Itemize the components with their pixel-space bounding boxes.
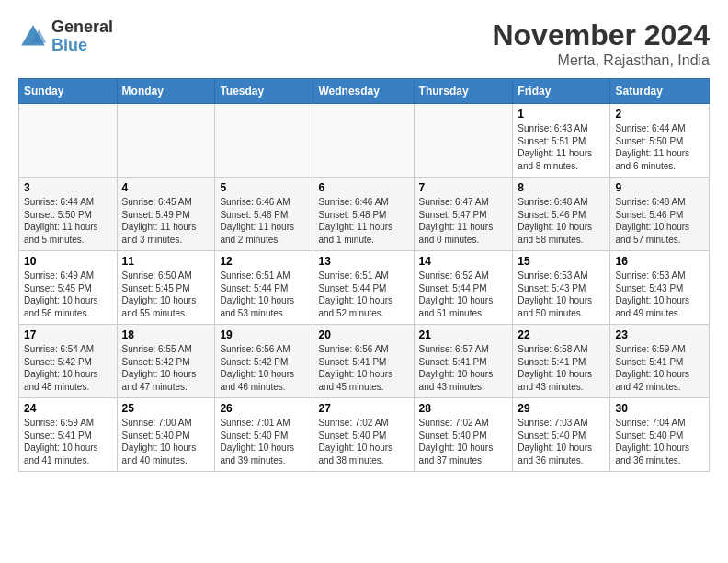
day-info: Sunrise: 6:43 AMSunset: 5:51 PMDaylight:… [518,122,605,172]
weekday-header: Monday [117,79,215,104]
logo: General Blue [18,18,113,55]
title-block: November 2024 Merta, Rajasthan, India [492,18,710,69]
weekday-header: Wednesday [313,79,414,104]
calendar-cell: 11Sunrise: 6:50 AMSunset: 5:45 PMDayligh… [117,251,215,325]
day-number: 12 [220,255,308,268]
logo-line2: Blue [51,37,113,55]
day-number: 13 [318,255,408,268]
day-info: Sunrise: 7:01 AMSunset: 5:40 PMDaylight:… [220,417,308,466]
calendar-cell: 25Sunrise: 7:00 AMSunset: 5:40 PMDayligh… [117,398,215,472]
logo-icon [18,22,48,52]
weekday-header: Tuesday [215,79,313,104]
calendar-cell: 22Sunrise: 6:58 AMSunset: 5:41 PMDayligh… [513,325,610,398]
calendar-cell: 24Sunrise: 6:59 AMSunset: 5:41 PMDayligh… [19,398,118,472]
day-number: 1 [518,108,605,121]
day-number: 25 [122,402,210,415]
calendar-cell: 1Sunrise: 6:43 AMSunset: 5:51 PMDaylight… [513,104,610,178]
day-info: Sunrise: 7:04 AMSunset: 5:40 PMDaylight:… [615,417,704,466]
calendar-cell [215,104,313,178]
day-info: Sunrise: 6:51 AMSunset: 5:44 PMDaylight:… [220,270,308,319]
day-number: 9 [615,181,704,194]
calendar-week-row: 1Sunrise: 6:43 AMSunset: 5:51 PMDaylight… [19,104,710,178]
calendar-cell: 27Sunrise: 7:02 AMSunset: 5:40 PMDayligh… [313,398,414,472]
day-info: Sunrise: 7:00 AMSunset: 5:40 PMDaylight:… [122,417,210,466]
calendar-cell: 14Sunrise: 6:52 AMSunset: 5:44 PMDayligh… [414,251,513,325]
day-number: 21 [419,328,508,341]
day-number: 20 [318,328,408,341]
day-info: Sunrise: 7:02 AMSunset: 5:40 PMDaylight:… [318,417,408,466]
calendar-table: SundayMondayTuesdayWednesdayThursdayFrid… [18,78,710,472]
calendar-cell: 3Sunrise: 6:44 AMSunset: 5:50 PMDaylight… [19,178,118,251]
calendar-cell: 17Sunrise: 6:54 AMSunset: 5:42 PMDayligh… [19,325,118,398]
weekday-header-row: SundayMondayTuesdayWednesdayThursdayFrid… [19,79,710,104]
day-number: 2 [615,108,704,121]
calendar-cell [117,104,215,178]
day-info: Sunrise: 6:49 AMSunset: 5:45 PMDaylight:… [24,270,112,319]
day-number: 22 [518,328,605,341]
calendar-cell: 18Sunrise: 6:55 AMSunset: 5:42 PMDayligh… [117,325,215,398]
calendar-cell: 7Sunrise: 6:47 AMSunset: 5:47 PMDaylight… [414,178,513,251]
day-number: 15 [518,255,605,268]
day-info: Sunrise: 6:59 AMSunset: 5:41 PMDaylight:… [615,343,704,393]
calendar-cell: 16Sunrise: 6:53 AMSunset: 5:43 PMDayligh… [610,251,710,325]
calendar-cell: 12Sunrise: 6:51 AMSunset: 5:44 PMDayligh… [215,251,313,325]
calendar-cell: 5Sunrise: 6:46 AMSunset: 5:48 PMDaylight… [215,178,313,251]
day-info: Sunrise: 6:50 AMSunset: 5:45 PMDaylight:… [122,270,210,319]
day-number: 23 [615,328,704,341]
day-info: Sunrise: 6:54 AMSunset: 5:42 PMDaylight:… [24,343,112,393]
day-info: Sunrise: 6:53 AMSunset: 5:43 PMDaylight:… [615,270,704,319]
day-number: 11 [122,255,210,268]
day-info: Sunrise: 7:02 AMSunset: 5:40 PMDaylight:… [419,417,508,466]
weekday-header: Saturday [610,79,710,104]
calendar-cell: 30Sunrise: 7:04 AMSunset: 5:40 PMDayligh… [610,398,710,472]
page-header: General Blue November 2024 Merta, Rajast… [18,18,710,69]
weekday-header: Thursday [414,79,513,104]
day-info: Sunrise: 6:51 AMSunset: 5:44 PMDaylight:… [318,270,408,319]
day-info: Sunrise: 6:59 AMSunset: 5:41 PMDaylight:… [24,417,112,466]
calendar-cell: 20Sunrise: 6:56 AMSunset: 5:41 PMDayligh… [313,325,414,398]
calendar-cell [414,104,513,178]
day-info: Sunrise: 6:56 AMSunset: 5:41 PMDaylight:… [318,343,408,393]
calendar-cell: 6Sunrise: 6:46 AMSunset: 5:48 PMDaylight… [313,178,414,251]
logo-text: General Blue [51,18,113,55]
calendar-cell: 28Sunrise: 7:02 AMSunset: 5:40 PMDayligh… [414,398,513,472]
day-info: Sunrise: 6:56 AMSunset: 5:42 PMDaylight:… [220,343,308,393]
page-title: November 2024 [492,18,710,52]
logo-line1: General [51,18,113,37]
day-info: Sunrise: 6:48 AMSunset: 5:46 PMDaylight:… [615,196,704,246]
calendar-week-row: 17Sunrise: 6:54 AMSunset: 5:42 PMDayligh… [19,325,710,398]
day-number: 24 [24,402,112,415]
day-number: 4 [122,181,210,194]
day-number: 18 [122,328,210,341]
day-info: Sunrise: 6:44 AMSunset: 5:50 PMDaylight:… [615,122,704,172]
day-info: Sunrise: 7:03 AMSunset: 5:40 PMDaylight:… [518,417,605,466]
calendar-cell: 8Sunrise: 6:48 AMSunset: 5:46 PMDaylight… [513,178,610,251]
calendar-cell [19,104,118,178]
page-subtitle: Merta, Rajasthan, India [492,52,710,69]
weekday-header: Sunday [19,79,118,104]
day-info: Sunrise: 6:55 AMSunset: 5:42 PMDaylight:… [122,343,210,393]
day-number: 6 [318,181,408,194]
calendar-cell: 13Sunrise: 6:51 AMSunset: 5:44 PMDayligh… [313,251,414,325]
day-info: Sunrise: 6:57 AMSunset: 5:41 PMDaylight:… [419,343,508,393]
day-number: 17 [24,328,112,341]
calendar-cell: 21Sunrise: 6:57 AMSunset: 5:41 PMDayligh… [414,325,513,398]
day-info: Sunrise: 6:58 AMSunset: 5:41 PMDaylight:… [518,343,605,393]
day-number: 14 [419,255,508,268]
day-number: 27 [318,402,408,415]
calendar-week-row: 3Sunrise: 6:44 AMSunset: 5:50 PMDaylight… [19,178,710,251]
day-number: 3 [24,181,112,194]
day-number: 10 [24,255,112,268]
calendar-week-row: 10Sunrise: 6:49 AMSunset: 5:45 PMDayligh… [19,251,710,325]
day-info: Sunrise: 6:44 AMSunset: 5:50 PMDaylight:… [24,196,112,246]
day-info: Sunrise: 6:47 AMSunset: 5:47 PMDaylight:… [419,196,508,246]
calendar-cell: 15Sunrise: 6:53 AMSunset: 5:43 PMDayligh… [513,251,610,325]
day-number: 29 [518,402,605,415]
day-number: 28 [419,402,508,415]
day-info: Sunrise: 6:45 AMSunset: 5:49 PMDaylight:… [122,196,210,246]
day-number: 30 [615,402,704,415]
day-info: Sunrise: 6:52 AMSunset: 5:44 PMDaylight:… [419,270,508,319]
day-number: 7 [419,181,508,194]
weekday-header: Friday [513,79,610,104]
calendar-cell: 2Sunrise: 6:44 AMSunset: 5:50 PMDaylight… [610,104,710,178]
